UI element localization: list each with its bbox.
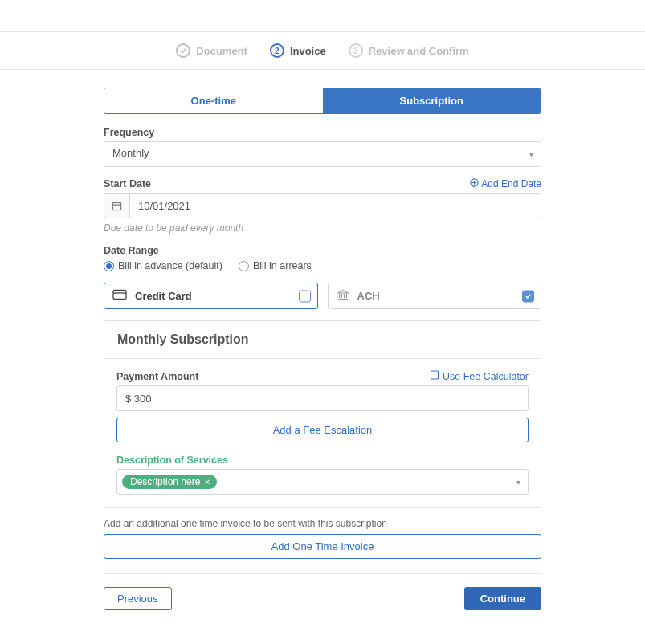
start-date-label: Start Date [104,178,151,190]
date-range-label: Date Range [104,245,541,256]
payment-amount-input[interactable] [116,385,529,411]
step-label: Invoice [290,45,326,57]
credit-card-icon [112,289,127,303]
calendar-icon[interactable] [104,193,129,218]
frequency-field: Frequency Monthly ▾ [104,127,541,167]
payment-ach[interactable]: ACH [328,283,542,309]
billing-type-tabs: One-time Subscription [104,88,541,114]
frequency-label: Frequency [104,127,541,138]
radio-label: Bill in advance (default) [118,260,222,271]
step-review[interactable]: 3 Review and Confirm [349,43,469,58]
calculator-icon [430,370,439,382]
description-label: Description of Services [116,454,228,466]
svg-rect-1 [112,202,120,210]
frequency-select[interactable]: Monthly [104,141,541,167]
step-label: Document [196,45,247,57]
add-fee-escalation-button[interactable]: Add a Fee Escalation [116,418,529,442]
add-end-date-text: Add End Date [481,178,541,190]
step-number-icon: 2 [270,43,284,58]
stepper: Document 2 Invoice 3 Review and Confirm [0,32,645,70]
frequency-select-wrap: Monthly ▾ [104,141,541,167]
add-one-time-invoice-button[interactable]: Add One Time Invoice [104,534,541,559]
fee-calculator-link[interactable]: Use Fee Calculator [430,370,529,382]
additional-note: Add an additional one time invoice to be… [104,518,541,529]
payment-amount-label: Payment Amount [116,371,198,382]
start-date-input[interactable] [129,193,541,218]
bank-icon [337,289,349,303]
step-number-icon: 3 [349,43,363,58]
step-invoice[interactable]: 2 Invoice [270,43,326,58]
description-select[interactable]: Description here ✕ [116,469,529,495]
footer-actions: Previous Continue [104,573,541,610]
subscription-panel: Monthly Subscription Payment Amount Use … [104,320,541,508]
radio-label: Bill in arrears [253,260,312,271]
fee-calc-text: Use Fee Calculator [443,371,529,382]
add-end-date-link[interactable]: Add End Date [470,178,541,190]
start-date-field: Start Date Add End Date Due date to be p… [104,178,541,234]
tag-remove-icon[interactable]: ✕ [204,478,210,487]
description-tag: Description here ✕ [122,475,217,489]
payment-credit-card[interactable]: Credit Card [104,283,318,309]
radio-bill-arrears[interactable]: Bill in arrears [239,260,312,271]
form-container: One-time Subscription Frequency Monthly … [104,88,541,610]
radio-icon [104,261,114,271]
plus-circle-icon [470,178,479,190]
radio-icon [239,261,249,271]
check-circle-icon [176,43,190,58]
panel-title: Monthly Subscription [104,321,541,359]
date-range-field: Date Range Bill in advance (default) Bil… [104,245,541,271]
step-document[interactable]: Document [176,43,247,58]
radio-bill-advance[interactable]: Bill in advance (default) [104,260,222,271]
checkbox-checked-icon [522,290,534,302]
previous-button[interactable]: Previous [104,587,172,610]
payment-label: ACH [357,290,380,302]
start-date-hint: Due date to be paid every month [104,222,541,234]
top-spacer [0,0,645,32]
checkbox-icon [299,290,311,302]
tab-onetime[interactable]: One-time [104,88,323,113]
continue-button[interactable]: Continue [464,587,541,610]
tag-text: Description here [130,476,200,487]
svg-rect-2 [113,291,126,300]
step-label: Review and Confirm [369,45,469,57]
payment-label: Credit Card [135,290,192,302]
payment-methods: Credit Card ACH [104,283,541,309]
tab-subscription[interactable]: Subscription [323,88,541,113]
